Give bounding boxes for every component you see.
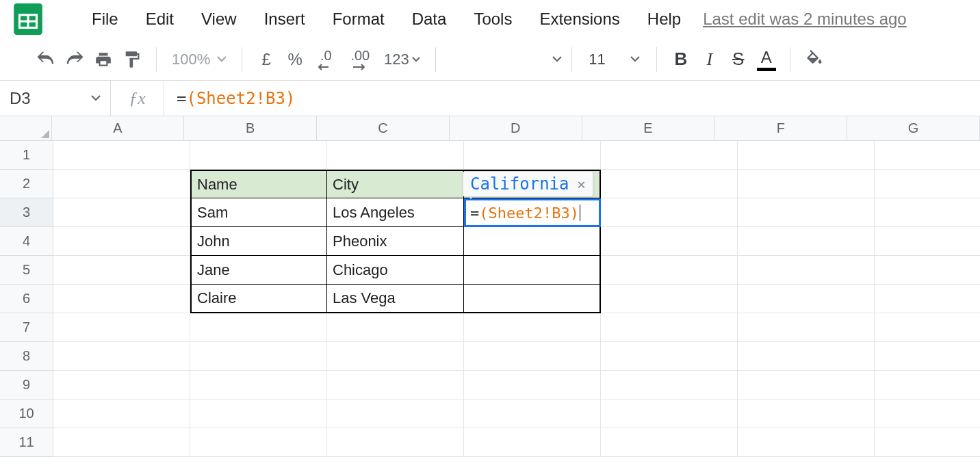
cell-D8[interactable]: [464, 342, 601, 371]
cell-C7[interactable]: [327, 313, 464, 342]
text-color-button[interactable]: A: [757, 48, 776, 71]
cell-D6[interactable]: [464, 285, 601, 313]
cell-D5[interactable]: [464, 256, 601, 285]
row-header-11[interactable]: 11: [0, 428, 53, 457]
cell-A2[interactable]: [53, 170, 190, 198]
decrease-decimal-button[interactable]: .0: [312, 48, 339, 71]
cell-G9[interactable]: [875, 371, 980, 399]
cell-A11[interactable]: [53, 428, 190, 457]
undo-button[interactable]: [34, 48, 57, 71]
cell-D10[interactable]: [464, 399, 601, 428]
increase-decimal-button[interactable]: .00: [345, 48, 375, 71]
cell-C2[interactable]: City: [327, 170, 464, 198]
cell-G2[interactable]: [875, 170, 980, 198]
cell-F8[interactable]: [738, 342, 875, 371]
sheets-logo-icon[interactable]: [11, 2, 45, 36]
currency-button[interactable]: £: [255, 48, 278, 71]
fill-color-button[interactable]: [803, 48, 826, 71]
cell-B8[interactable]: [190, 342, 327, 371]
cell-B5[interactable]: Jane: [190, 256, 327, 285]
cell-G10[interactable]: [875, 399, 980, 428]
row-header-1[interactable]: 1: [0, 141, 53, 170]
select-all-corner[interactable]: [0, 116, 52, 141]
menu-tools[interactable]: Tools: [460, 5, 526, 33]
cell-E10[interactable]: [601, 399, 738, 428]
paint-format-button[interactable]: [120, 48, 144, 71]
cell-F3[interactable]: [738, 198, 875, 227]
col-header-F[interactable]: F: [714, 116, 847, 140]
cell-E11[interactable]: [601, 428, 738, 457]
cell-C3[interactable]: Los Angeles: [327, 198, 464, 227]
cell-A6[interactable]: [53, 285, 190, 313]
cell-B7[interactable]: [190, 313, 327, 342]
row-header-7[interactable]: 7: [0, 313, 53, 342]
cell-C11[interactable]: [327, 428, 464, 457]
cell-C10[interactable]: [327, 399, 464, 428]
cell-F5[interactable]: [738, 256, 875, 285]
cell-C1[interactable]: [327, 141, 464, 170]
cell-B11[interactable]: [190, 428, 327, 457]
cell-G1[interactable]: [875, 141, 980, 170]
name-box[interactable]: D3: [0, 81, 111, 116]
cell-C8[interactable]: [327, 342, 464, 371]
col-header-G[interactable]: G: [847, 116, 980, 140]
menu-help[interactable]: Help: [634, 5, 695, 33]
cell-C9[interactable]: [327, 371, 464, 399]
active-cell-editor[interactable]: =(Sheet2!B3): [464, 198, 601, 227]
menu-edit[interactable]: Edit: [132, 5, 188, 33]
row-header-9[interactable]: 9: [0, 371, 53, 399]
cell-A9[interactable]: [53, 371, 190, 399]
cell-F11[interactable]: [738, 428, 875, 457]
cell-G8[interactable]: [875, 342, 980, 371]
cell-E4[interactable]: [601, 227, 738, 256]
cell-B1[interactable]: [190, 141, 327, 170]
cell-D1[interactable]: [464, 141, 601, 170]
row-header-10[interactable]: 10: [0, 399, 53, 428]
cell-E6[interactable]: [601, 285, 738, 313]
zoom-dropdown[interactable]: 100%: [166, 51, 232, 68]
cell-E9[interactable]: [601, 371, 738, 399]
col-header-E[interactable]: E: [582, 116, 715, 140]
cell-G11[interactable]: [875, 428, 980, 457]
cell-E7[interactable]: [601, 313, 738, 342]
cell-F9[interactable]: [738, 371, 875, 399]
cell-F10[interactable]: [738, 399, 875, 428]
cell-F2[interactable]: [738, 170, 875, 198]
cell-G3[interactable]: [875, 198, 980, 227]
row-header-2[interactable]: 2: [0, 170, 53, 198]
cell-F4[interactable]: [738, 227, 875, 256]
cell-G4[interactable]: [875, 227, 980, 256]
cell-A10[interactable]: [53, 399, 190, 428]
cell-D7[interactable]: [464, 313, 601, 342]
row-header-5[interactable]: 5: [0, 256, 53, 285]
font-size-dropdown[interactable]: 11: [582, 51, 646, 68]
formula-input[interactable]: =(Sheet2!B3): [164, 89, 980, 108]
cell-C4[interactable]: Pheonix: [327, 227, 464, 256]
cell-G6[interactable]: [875, 285, 980, 313]
col-header-B[interactable]: B: [184, 116, 317, 140]
cell-E2[interactable]: [601, 170, 738, 198]
row-header-3[interactable]: 3: [0, 198, 53, 227]
cell-A8[interactable]: [53, 342, 190, 371]
bold-button[interactable]: B: [669, 48, 693, 71]
cell-E5[interactable]: [601, 256, 738, 285]
cell-B6[interactable]: Claire: [190, 285, 327, 313]
cell-A7[interactable]: [53, 313, 190, 342]
last-edit-link[interactable]: Last edit was 2 minutes ago: [703, 10, 907, 29]
col-header-D[interactable]: D: [450, 116, 582, 140]
print-button[interactable]: [92, 48, 115, 71]
cell-A5[interactable]: [53, 256, 190, 285]
menu-extensions[interactable]: Extensions: [526, 5, 633, 33]
menu-insert[interactable]: Insert: [250, 5, 319, 33]
cell-F1[interactable]: [738, 141, 875, 170]
more-formats-dropdown[interactable]: 123: [381, 48, 423, 71]
cell-F7[interactable]: [738, 313, 875, 342]
cell-G7[interactable]: [875, 313, 980, 342]
close-preview-icon[interactable]: ✕: [578, 176, 586, 192]
menu-file[interactable]: File: [78, 5, 132, 33]
strikethrough-button[interactable]: S: [727, 48, 750, 71]
cell-A1[interactable]: [53, 141, 190, 170]
cell-A4[interactable]: [53, 227, 190, 256]
col-header-C[interactable]: C: [317, 116, 450, 140]
menu-format[interactable]: Format: [319, 5, 398, 33]
